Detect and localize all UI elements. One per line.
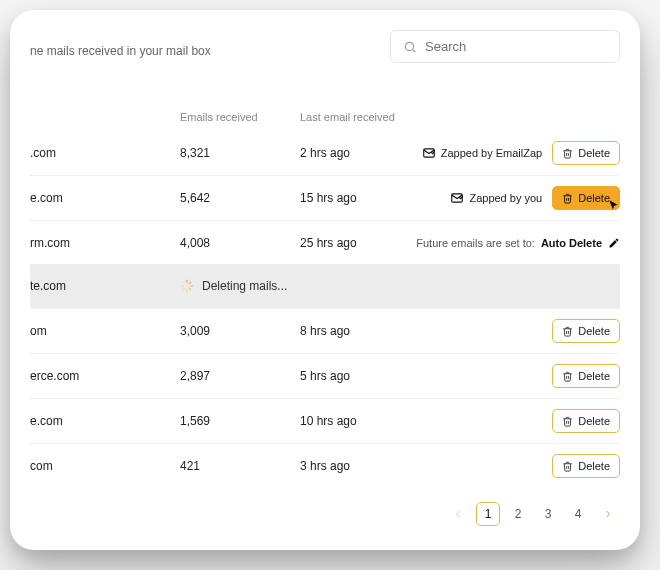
domain-cell: te.com [30, 279, 180, 293]
domain-cell: .com [30, 146, 180, 160]
count-cell: 2,897 [180, 369, 300, 383]
table-row: .com 8,321 2 hrs ago Zapped by EmailZap … [30, 131, 620, 175]
delete-button[interactable]: Delete [552, 186, 620, 210]
time-cell: 10 hrs ago [300, 414, 552, 428]
delete-button[interactable]: Delete [552, 141, 620, 165]
main-card: ne mails received in your mail box Email… [10, 10, 640, 550]
chevron-right-icon [602, 508, 614, 520]
svg-line-1 [413, 49, 416, 52]
future-status: Future emails are set to: Auto Delete [416, 237, 620, 249]
count-cell: 421 [180, 459, 300, 473]
svg-line-5 [189, 282, 191, 284]
cursor-icon [607, 199, 621, 213]
zap-label: Zapped by you [450, 191, 542, 205]
mail-check-icon [422, 146, 436, 160]
page-number[interactable]: 4 [566, 502, 590, 526]
time-cell: 25 hrs ago [300, 236, 416, 250]
actions-cell: Zapped by EmailZap Delete [422, 141, 620, 165]
svg-point-0 [405, 42, 413, 50]
col-emails: Emails received [180, 111, 300, 123]
page-number[interactable]: 2 [506, 502, 530, 526]
chevron-left-icon [452, 508, 464, 520]
table-row: rm.com 4,008 25 hrs ago Future emails ar… [30, 220, 620, 264]
col-last: Last email received [300, 111, 420, 123]
spinner-icon [180, 279, 194, 293]
count-cell: 3,009 [180, 324, 300, 338]
time-cell: 2 hrs ago [300, 146, 422, 160]
table-row: om 3,009 8 hrs ago Delete [30, 308, 620, 353]
pagination: 1 2 3 4 [30, 502, 620, 526]
count-cell: 1,569 [180, 414, 300, 428]
topbar: ne mails received in your mail box [30, 30, 620, 63]
time-cell: 15 hrs ago [300, 191, 450, 205]
search-icon [403, 40, 417, 54]
time-cell: 3 hrs ago [300, 459, 552, 473]
domain-cell: om [30, 324, 180, 338]
page-next[interactable] [596, 502, 620, 526]
table-row: com 421 3 hrs ago Delete [30, 443, 620, 488]
time-cell: 5 hrs ago [300, 369, 552, 383]
search-input[interactable] [425, 39, 607, 54]
table-row: erce.com 2,897 5 hrs ago Delete [30, 353, 620, 398]
domain-cell: com [30, 459, 180, 473]
trash-icon [562, 193, 573, 204]
delete-button[interactable]: Delete [552, 319, 620, 343]
trash-icon [562, 148, 573, 159]
edit-icon[interactable] [608, 237, 620, 249]
actions-cell: Future emails are set to: Auto Delete [416, 237, 620, 249]
trash-icon [562, 326, 573, 337]
delete-button[interactable]: Delete [552, 409, 620, 433]
delete-button[interactable]: Delete [552, 454, 620, 478]
zap-label: Zapped by EmailZap [422, 146, 543, 160]
count-cell: 8,321 [180, 146, 300, 160]
actions-cell: Delete [552, 454, 620, 478]
actions-cell: Delete [552, 409, 620, 433]
mail-check-icon [450, 191, 464, 205]
table-row: e.com 5,642 15 hrs ago Zapped by you Del… [30, 175, 620, 220]
actions-cell: Delete [552, 319, 620, 343]
page-prev[interactable] [446, 502, 470, 526]
actions-cell: Delete [552, 364, 620, 388]
delete-button[interactable]: Delete [552, 364, 620, 388]
subtitle: ne mails received in your mail box [30, 44, 211, 58]
domain-cell: e.com [30, 191, 180, 205]
trash-icon [562, 461, 573, 472]
deleting-inner: Deleting mails... [180, 279, 620, 293]
domain-cell: erce.com [30, 369, 180, 383]
header-left: ne mails received in your mail box [30, 36, 211, 58]
svg-line-7 [189, 288, 191, 290]
table-row-deleting: te.com Deleting mails... [30, 264, 620, 308]
trash-icon [562, 416, 573, 427]
domain-cell: e.com [30, 414, 180, 428]
count-cell: 5,642 [180, 191, 300, 205]
page-number[interactable]: 3 [536, 502, 560, 526]
domain-cell: rm.com [30, 236, 180, 250]
page-number[interactable]: 1 [476, 502, 500, 526]
table-row: e.com 1,569 10 hrs ago Delete [30, 398, 620, 443]
svg-line-9 [183, 288, 185, 290]
actions-cell: Zapped by you Delete [450, 186, 620, 210]
table-header: Emails received Last email received [30, 103, 620, 131]
time-cell: 8 hrs ago [300, 324, 552, 338]
svg-line-11 [183, 282, 185, 284]
search-box[interactable] [390, 30, 620, 63]
trash-icon [562, 371, 573, 382]
count-cell: 4,008 [180, 236, 300, 250]
